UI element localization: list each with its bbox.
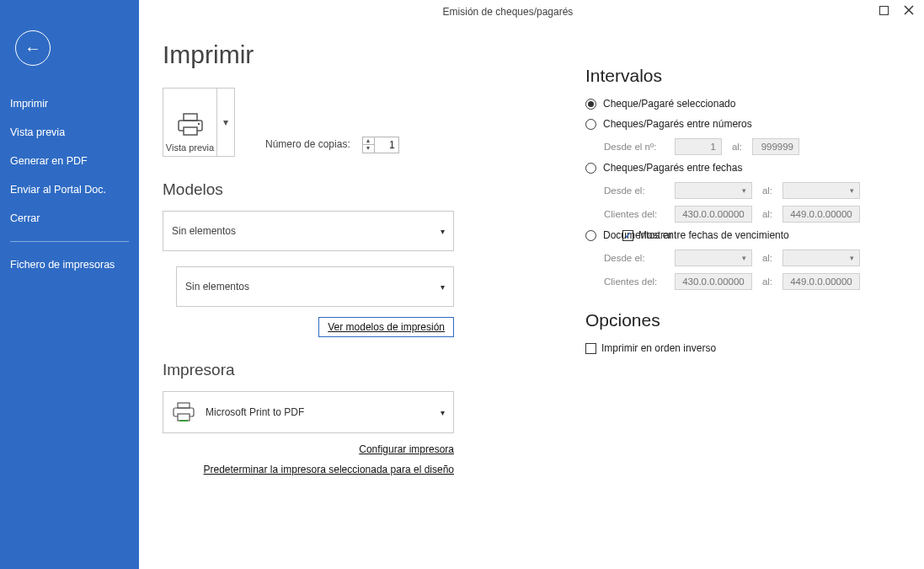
opciones-heading: Opciones [585,310,916,330]
predeterminar-impresora-link[interactable]: Predeterminar la impresora seleccionada … [204,464,455,475]
copies-spinner[interactable]: ▴ ▾ 1 [362,137,399,153]
chevron-down-icon: ▾ [441,408,445,417]
clientes-del-label: Clientes del: [604,209,670,219]
sidebar-item-vista-previa[interactable]: Vista previa [0,118,139,147]
hasta-venc-drop[interactable]: ▾ [782,250,860,266]
al-label: al: [757,209,777,219]
impresora-heading: Impresora [163,361,575,379]
chevron-down-icon: ▾ [223,116,228,128]
cliente-venc-desde-field[interactable]: 430.0.0.00000 [675,273,752,290]
configurar-impresora-link[interactable]: Configurar impresora [359,443,454,455]
cliente-desde-field[interactable]: 430.0.0.00000 [675,206,752,223]
al-label: al: [757,185,777,196]
chevron-down-icon: ▾ [742,254,746,262]
chevron-down-icon: ▾ [441,282,445,292]
printer-icon [172,402,195,422]
modelos-combo-2-value: Sin elementos [185,281,249,293]
desde-venc-label: Desde el: [604,253,670,263]
radio-icon [585,163,596,174]
copies-label: Número de copias: [265,138,350,150]
al-label: al: [757,276,777,287]
close-icon[interactable] [902,3,916,17]
impresora-name: Microsoft Print to PDF [206,406,304,418]
printer-icon [176,112,205,137]
mostrar-label: Mostrar [638,229,673,241]
ver-modelos-link[interactable]: Ver modelos de impresión [318,317,454,337]
chevron-down-icon: ▾ [742,186,746,195]
svg-rect-5 [184,127,197,135]
radio-icon [585,230,596,241]
radio-icon [585,119,596,130]
vista-previa-split-button[interactable]: Vista previa ▾ [163,88,235,157]
modelos-combo-1[interactable]: Sin elementos ▾ [163,211,454,251]
hasta-n-field[interactable]: 999999 [752,138,799,155]
desde-venc-drop[interactable]: ▾ [675,250,752,266]
orden-inverso-checkbox[interactable] [585,343,596,354]
arrow-left-icon: ← [24,39,41,58]
orden-inverso-label: Imprimir en orden inverso [601,342,716,354]
orden-inverso-checkbox-row[interactable]: Imprimir en orden inverso [585,342,916,354]
desde-fecha-label: Desde el: [604,185,670,196]
impresora-combo[interactable]: Microsoft Print to PDF ▾ [163,391,454,433]
sidebar-separator [10,241,129,242]
svg-point-6 [197,123,199,125]
desde-n-label: Desde el nº: [604,142,670,152]
mostrar-checkbox[interactable]: ✓ [622,230,633,241]
cliente-venc-hasta-field[interactable]: 449.0.0.00000 [782,273,860,290]
spinner-down-icon[interactable]: ▾ [363,145,374,153]
radio-cheque-seleccionado[interactable]: Cheque/Pagaré seleccionado [585,98,916,110]
sidebar-item-generar-pdf[interactable]: Generar en PDF [0,147,139,175]
vista-previa-dropdown[interactable]: ▾ [217,89,234,156]
sidebar-item-cerrar[interactable]: Cerrar [0,204,139,233]
chevron-down-icon: ▾ [850,254,854,262]
svg-rect-3 [184,114,197,121]
window-buttons [877,3,924,17]
chevron-down-icon: ▾ [850,186,854,195]
sidebar-item-fichero-impresoras[interactable]: Fichero de impresoras [0,250,139,279]
mostrar-checkbox-wrap[interactable]: ✓ Mostrar [622,229,673,241]
radio-label: Cheques/Pagarés entre números [603,118,752,130]
sidebar-item-imprimir[interactable]: Imprimir [0,89,139,118]
radio-entre-fechas[interactable]: Cheques/Pagarés entre fechas [585,162,916,174]
radio-icon [585,99,596,110]
hasta-fecha-drop[interactable]: ▾ [782,182,860,199]
modelos-heading: Modelos [163,180,575,199]
vista-previa-label: Vista previa [166,142,214,153]
back-button[interactable]: ← [15,30,51,66]
copies-value[interactable]: 1 [375,139,398,151]
radio-entre-numeros[interactable]: Cheques/Pagarés entre números [585,118,916,130]
page-title: Imprimir [163,40,575,69]
intervalos-heading: Intervalos [585,66,916,86]
clientes-del-venc-label: Clientes del: [604,276,670,287]
window-title: Emisión de cheques/pagarés [139,3,877,18]
svg-rect-0 [879,6,888,14]
svg-rect-9 [178,414,190,421]
vista-previa-button[interactable]: Vista previa [163,89,217,156]
radio-label: Cheque/Pagaré seleccionado [603,98,735,110]
chevron-down-icon: ▾ [441,227,445,236]
svg-rect-7 [178,403,190,408]
maximize-icon[interactable] [877,3,890,17]
radio-label: Cheques/Pagarés entre fechas [603,162,742,174]
desde-n-field[interactable]: 1 [675,138,722,155]
cliente-hasta-field[interactable]: 449.0.0.00000 [782,206,860,223]
al-label: al: [757,253,777,263]
title-bar-blue [0,0,139,20]
sidebar-item-enviar-portal[interactable]: Enviar al Portal Doc. [0,175,139,204]
modelos-combo-2[interactable]: Sin elementos ▾ [176,266,454,307]
desde-fecha-drop[interactable]: ▾ [675,182,752,199]
al-label: al: [727,142,747,152]
sidebar: ← Imprimir Vista previa Generar en PDF E… [0,20,139,569]
modelos-combo-1-value: Sin elementos [172,225,236,237]
title-bar: Emisión de cheques/pagarés [0,0,924,20]
